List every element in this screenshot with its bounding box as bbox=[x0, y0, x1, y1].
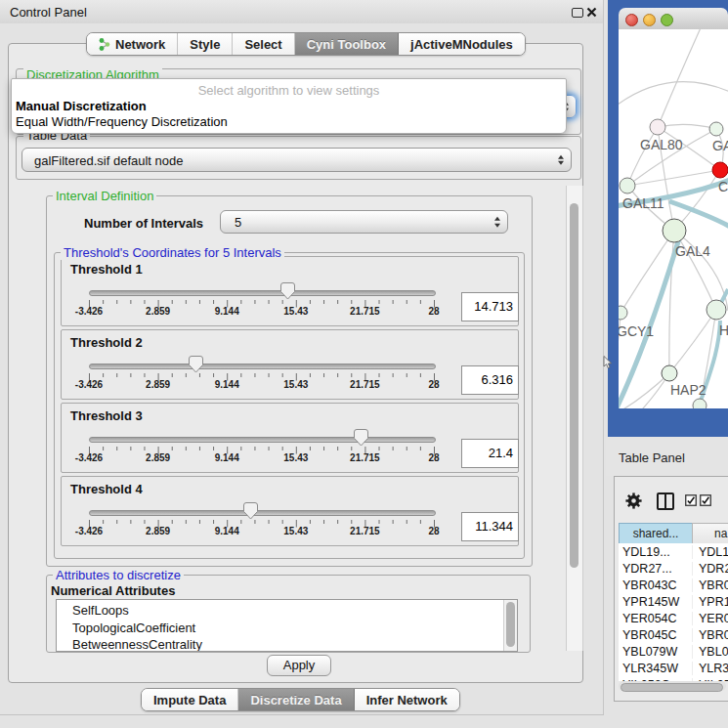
slider-thumb[interactable] bbox=[189, 356, 203, 373]
threshold-value-field[interactable]: 11.344 bbox=[461, 512, 519, 541]
tab-select[interactable]: Select bbox=[233, 33, 294, 55]
table-data-select[interactable]: galFiltered.sif default node bbox=[21, 148, 572, 172]
shared-name-cell[interactable]: YPR145W bbox=[619, 595, 693, 609]
table-row[interactable]: YBR043CYBR04 bbox=[619, 577, 728, 593]
slider-thumb[interactable] bbox=[243, 502, 258, 520]
shared-name-cell[interactable]: YBL079W bbox=[619, 645, 693, 659]
shared-name-cell[interactable]: YDL19... bbox=[619, 545, 693, 559]
table-row[interactable]: YPR145WYPR14 bbox=[619, 593, 728, 610]
slider-track[interactable] bbox=[89, 437, 436, 443]
close-icon[interactable] bbox=[586, 7, 597, 18]
combo-arrows-icon bbox=[494, 217, 500, 228]
threshold-panel-3: Threshold 3-3.4262.8599.14415.4321.71528… bbox=[61, 403, 519, 473]
dropdown-option-equal-width-frequency[interactable]: Equal Width/Frequency Discretization bbox=[16, 114, 228, 129]
tab-network[interactable]: Network bbox=[87, 33, 178, 55]
slider-track[interactable] bbox=[89, 290, 436, 296]
shared-name-cell[interactable]: YBR045C bbox=[619, 628, 693, 642]
attribute-item-betweennesscentrality[interactable]: BetweennessCentrality bbox=[57, 636, 503, 651]
network-edge[interactable] bbox=[627, 127, 658, 186]
checkbox-icon[interactable] bbox=[685, 494, 697, 506]
threshold-value-field[interactable]: 14.713 bbox=[461, 292, 519, 321]
attribute-item-selfloops[interactable]: SelfLoops bbox=[57, 602, 503, 620]
panel-scrollbar-thumb[interactable] bbox=[570, 203, 578, 568]
table-row[interactable]: YDL19...YDL19 bbox=[619, 543, 728, 560]
column-view-icon[interactable] bbox=[657, 492, 674, 510]
checkbox-icon[interactable] bbox=[700, 494, 711, 506]
attributes-title: Attributes to discretize bbox=[53, 568, 184, 582]
table-row[interactable]: YDR27...YDR27 bbox=[619, 560, 728, 577]
slider-track[interactable] bbox=[89, 364, 436, 369]
attributes-scrollbar-thumb[interactable] bbox=[506, 602, 515, 647]
slider-ticks bbox=[88, 299, 437, 309]
threshold-value-field[interactable]: 21.4 bbox=[461, 439, 519, 468]
float-window-icon[interactable] bbox=[572, 8, 583, 18]
minimize-traffic-light-icon[interactable] bbox=[643, 14, 656, 26]
name-cell[interactable]: YLR34 bbox=[693, 662, 728, 675]
network-edge[interactable] bbox=[621, 231, 674, 313]
threshold-coordinates-title: Threshold's Coordinates for 5 Intervals bbox=[61, 245, 284, 260]
tick-label: 21.715 bbox=[350, 306, 380, 317]
network-node[interactable] bbox=[707, 300, 726, 320]
bottom-tab-discretize-data[interactable]: Discretize Data bbox=[238, 689, 354, 710]
network-edge[interactable] bbox=[619, 82, 728, 111]
attribute-item-topologicalcoefficient[interactable]: TopologicalCoefficient bbox=[57, 620, 503, 637]
network-node[interactable] bbox=[650, 119, 665, 135]
network-node[interactable] bbox=[712, 162, 728, 178]
tab-cyni-toolbox[interactable]: Cyni Toolbox bbox=[295, 33, 399, 55]
table-horizontal-scrollbar[interactable] bbox=[619, 681, 726, 691]
network-edge[interactable] bbox=[658, 29, 703, 127]
apply-button[interactable]: Apply bbox=[267, 655, 331, 676]
tab-style[interactable]: Style bbox=[178, 33, 233, 55]
tab-jactivemnodules[interactable]: jActiveMNodules bbox=[399, 33, 525, 55]
number-of-intervals-select[interactable]: 5 bbox=[220, 210, 508, 234]
name-cell[interactable]: YPR14 bbox=[693, 595, 728, 609]
table-row[interactable]: YLR345WYLR34 bbox=[619, 660, 728, 676]
attributes-scrollbar[interactable] bbox=[503, 600, 517, 651]
panel-scrollbar[interactable] bbox=[566, 186, 583, 651]
dropdown-option-manual-discretization[interactable]: Manual Discretization bbox=[16, 99, 147, 113]
slider-thumb[interactable] bbox=[354, 429, 368, 447]
tick-label: 9.144 bbox=[215, 306, 239, 317]
close-traffic-light-icon[interactable] bbox=[625, 14, 638, 26]
table-row[interactable]: YBR045CYBR04 bbox=[619, 626, 728, 643]
shared-name-cell[interactable]: YDR27... bbox=[619, 562, 693, 576]
tick-label: 21.715 bbox=[350, 379, 380, 390]
network-node[interactable] bbox=[620, 178, 635, 193]
bottom-tab-infer-network[interactable]: Infer Network bbox=[355, 689, 459, 710]
name-cell[interactable]: YDL19 bbox=[693, 545, 728, 559]
zoom-traffic-light-icon[interactable] bbox=[661, 14, 673, 26]
name-cell[interactable]: YDR27 bbox=[693, 562, 728, 576]
shared-name-cell[interactable]: YBR043C bbox=[619, 578, 693, 592]
table-row[interactable]: YER054CYER05 bbox=[619, 610, 728, 626]
network-node[interactable] bbox=[693, 399, 707, 408]
tick-label: 2.859 bbox=[146, 306, 170, 317]
network-node[interactable] bbox=[663, 219, 686, 242]
slider-track[interactable] bbox=[89, 510, 436, 516]
network-node[interactable] bbox=[709, 122, 723, 136]
network-canvas[interactable]: GAL80GACGAL11GAL4GCY1HHAP2 bbox=[619, 29, 728, 408]
shared-name-cell[interactable]: YER054C bbox=[619, 612, 693, 625]
table-row[interactable]: YBL079WYBL07 bbox=[619, 643, 728, 660]
name-cell[interactable]: YER05 bbox=[693, 612, 728, 625]
tab-style-label: Style bbox=[190, 37, 220, 52]
network-node[interactable] bbox=[619, 306, 627, 320]
threshold-value-field[interactable]: 6.316 bbox=[461, 365, 519, 395]
name-cell[interactable]: YBL07 bbox=[693, 645, 728, 659]
network-edge[interactable] bbox=[619, 406, 700, 408]
bottom-tab-impute-data[interactable]: Impute Data bbox=[142, 689, 238, 710]
network-node[interactable] bbox=[662, 365, 677, 381]
gear-icon[interactable] bbox=[624, 492, 643, 510]
number-of-intervals-value: 5 bbox=[235, 215, 241, 230]
slider-thumb[interactable] bbox=[280, 282, 295, 300]
table-horizontal-scrollbar-thumb[interactable] bbox=[621, 683, 723, 692]
network-edge[interactable] bbox=[627, 170, 720, 186]
shared-name-cell[interactable]: YLR345W bbox=[619, 662, 693, 675]
name-cell[interactable]: YBR04 bbox=[693, 578, 728, 592]
name-cell[interactable]: YBR04 bbox=[693, 628, 728, 642]
network-edge[interactable] bbox=[669, 310, 716, 373]
network-node-label: GAL11 bbox=[622, 195, 664, 211]
column-header-name[interactable]: na bbox=[692, 523, 728, 544]
tick-label: 2.859 bbox=[146, 452, 170, 463]
column-header-shared-name[interactable]: shared... bbox=[619, 523, 693, 544]
network-edge[interactable] bbox=[658, 124, 716, 129]
